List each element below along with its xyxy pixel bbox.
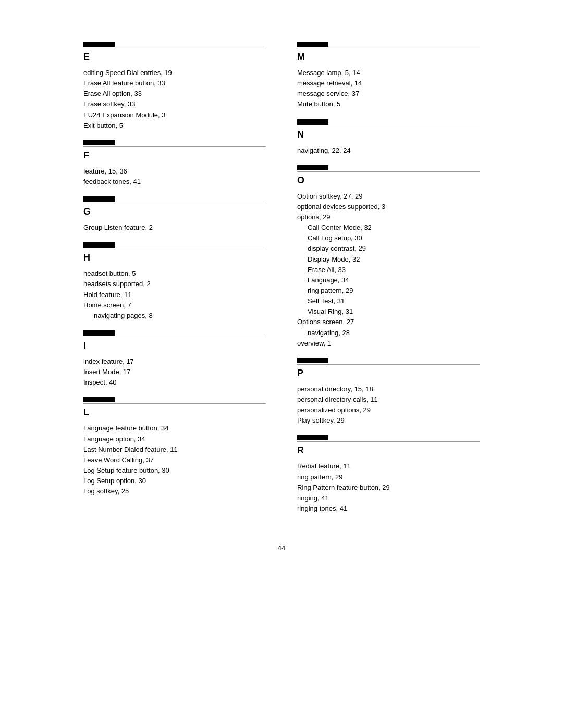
entry: headsets supported, 2 [83, 279, 266, 289]
letter-i: I [83, 340, 266, 351]
section-bar-m [297, 42, 328, 47]
entry-indented: Self Test, 31 [297, 296, 480, 306]
entry: ringing, 41 [297, 493, 480, 503]
section-bar-e [83, 42, 115, 47]
section-i: I index feature, 17 Insert Mode, 17 Insp… [83, 330, 266, 388]
divider-e [83, 48, 266, 48]
right-column: M Message lamp, 5, 14 message retrieval,… [297, 42, 480, 523]
entries-h: headset button, 5 headsets supported, 2 … [83, 268, 266, 321]
entry: options, 29 [297, 212, 480, 223]
entry: Redial feature, 11 [297, 461, 480, 472]
letter-n: N [297, 129, 480, 140]
entries-l: Language feature button, 34 Language opt… [83, 423, 266, 497]
entry: Group Listen feature, 2 [83, 223, 266, 233]
entries-r: Redial feature, 11 ring pattern, 29 Ring… [297, 461, 480, 514]
section-l: L Language feature button, 34 Language o… [83, 397, 266, 497]
section-p: P personal directory, 15, 18 personal di… [297, 358, 480, 426]
left-column: E editing Speed Dial entries, 19 Erase A… [83, 42, 266, 523]
letter-r: R [297, 445, 480, 456]
entry: Erase softkey, 33 [83, 99, 266, 109]
entry: Options screen, 27 [297, 317, 480, 327]
entry: Mute button, 5 [297, 99, 480, 109]
entry: editing Speed Dial entries, 19 [83, 68, 266, 78]
section-m: M Message lamp, 5, 14 message retrieval,… [297, 42, 480, 110]
entry-indented: ring pattern, 29 [297, 286, 480, 296]
page-content: E editing Speed Dial entries, 19 Erase A… [83, 42, 480, 552]
entry-indented: Visual Ring, 31 [297, 306, 480, 317]
entry-indented: display contrast, 29 [297, 243, 480, 254]
entry: feedback tones, 41 [83, 177, 266, 187]
entry: Home screen, 7 [83, 300, 266, 311]
entry: optional devices supported, 3 [297, 202, 480, 212]
entries-e: editing Speed Dial entries, 19 Erase All… [83, 68, 266, 131]
two-column-layout: E editing Speed Dial entries, 19 Erase A… [83, 42, 480, 523]
entry: headset button, 5 [83, 268, 266, 279]
letter-h: H [83, 252, 266, 263]
entry: index feature, 17 [83, 356, 266, 367]
entry: personal directory, 15, 18 [297, 384, 480, 394]
entry: ringing tones, 41 [297, 503, 480, 514]
section-bar-n [297, 119, 328, 125]
section-n: N navigating, 22, 24 [297, 119, 480, 156]
section-g: G Group Listen feature, 2 [83, 196, 266, 233]
section-bar-g [83, 196, 115, 202]
letter-l: L [83, 407, 266, 418]
section-bar-o [297, 165, 328, 170]
entries-f: feature, 15, 36 feedback tones, 41 [83, 166, 266, 187]
entries-i: index feature, 17 Insert Mode, 17 Inspec… [83, 356, 266, 388]
entry: Erase All option, 33 [83, 89, 266, 99]
letter-m: M [297, 52, 480, 63]
entries-m: Message lamp, 5, 14 message retrieval, 1… [297, 68, 480, 110]
section-f: F feature, 15, 36 feedback tones, 41 [83, 140, 266, 187]
entries-g: Group Listen feature, 2 [83, 223, 266, 233]
section-r: R Redial feature, 11 ring pattern, 29 Ri… [297, 435, 480, 514]
entry: Last Number Dialed feature, 11 [83, 445, 266, 455]
entry-indented: navigating, 28 [297, 328, 480, 338]
letter-f: F [83, 150, 266, 161]
divider-i [83, 337, 266, 337]
section-bar-f [83, 140, 115, 145]
entry-indented: Language, 34 [297, 275, 480, 286]
entry: Ring Pattern feature button, 29 [297, 483, 480, 493]
divider-n [297, 126, 480, 126]
entry-indented: Display Mode, 32 [297, 254, 480, 265]
entry: ring pattern, 29 [297, 472, 480, 483]
entry: navigating, 22, 24 [297, 145, 480, 156]
entry: Leave Word Calling, 37 [83, 455, 266, 465]
section-bar-r [297, 435, 328, 440]
letter-g: G [83, 206, 266, 217]
section-o: O Option softkey, 27, 29 optional device… [297, 165, 480, 349]
entry: personal directory calls, 11 [297, 394, 480, 405]
divider-g [83, 203, 266, 203]
entry-indented: navigating pages, 8 [83, 311, 266, 321]
section-e: E editing Speed Dial entries, 19 Erase A… [83, 42, 266, 131]
entry-indented: Erase All, 33 [297, 265, 480, 275]
section-bar-h [83, 242, 115, 248]
letter-o: O [297, 175, 480, 186]
entries-n: navigating, 22, 24 [297, 145, 480, 156]
entry: Language option, 34 [83, 434, 266, 445]
section-h: H headset button, 5 headsets supported, … [83, 242, 266, 321]
entry: overview, 1 [297, 338, 480, 349]
entry-indented: Call Center Mode, 32 [297, 223, 480, 233]
entry: Log softkey, 25 [83, 486, 266, 497]
entry: Option softkey, 27, 29 [297, 191, 480, 202]
entry: Language feature button, 34 [83, 423, 266, 434]
entry: Log Setup option, 30 [83, 476, 266, 486]
page-number: 44 [83, 544, 480, 552]
section-bar-p [297, 358, 328, 363]
entry: Inspect, 40 [83, 377, 266, 388]
entry: message retrieval, 14 [297, 78, 480, 89]
entry: EU24 Expansion Module, 3 [83, 110, 266, 120]
letter-p: P [297, 368, 480, 379]
entries-o: Option softkey, 27, 29 optional devices … [297, 191, 480, 349]
divider-l [83, 403, 266, 404]
section-bar-i [83, 330, 115, 336]
entry-indented: Call Log setup, 30 [297, 233, 480, 243]
divider-f [83, 146, 266, 147]
entry: personalized options, 29 [297, 405, 480, 415]
entry: Log Setup feature button, 30 [83, 465, 266, 476]
divider-h [83, 249, 266, 249]
entry: Insert Mode, 17 [83, 367, 266, 377]
entries-p: personal directory, 15, 18 personal dire… [297, 384, 480, 426]
